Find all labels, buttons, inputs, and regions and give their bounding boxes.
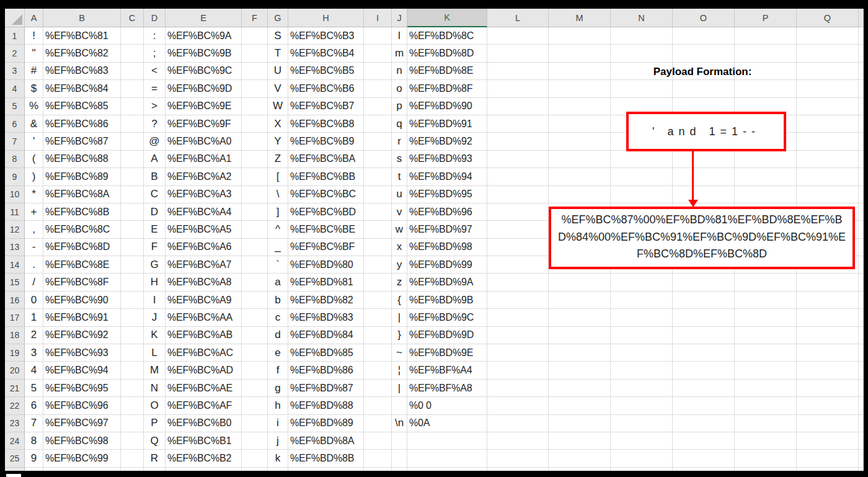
row-header-5[interactable]: 5	[5, 98, 25, 115]
cell-E8[interactable]: %EF%BC%A1	[166, 151, 242, 168]
cell-I7[interactable]	[364, 133, 392, 150]
cell-F16[interactable]	[242, 292, 268, 309]
cell-G14[interactable]: `	[268, 256, 288, 274]
cell-N24[interactable]	[611, 432, 673, 450]
cell-F24[interactable]	[242, 432, 268, 450]
cell-P10[interactable]	[735, 186, 797, 203]
cell-C15[interactable]	[121, 274, 144, 291]
cell-A21[interactable]: 5	[25, 380, 43, 397]
column-header-C[interactable]: C	[121, 9, 144, 27]
cell-H9[interactable]: %EF%BC%BB	[288, 168, 364, 185]
cell-G1[interactable]: S	[268, 27, 288, 45]
column-header-E[interactable]: E	[166, 9, 242, 27]
cell-K1[interactable]: %EF%BD%8C	[407, 27, 487, 45]
cell-K13[interactable]: %EF%BD%98	[407, 239, 487, 256]
cell-Q25[interactable]	[797, 450, 859, 467]
cell-L15[interactable]	[487, 274, 549, 291]
cell-Q20[interactable]	[797, 362, 859, 379]
cell-L7[interactable]	[487, 133, 549, 150]
cell-F7[interactable]	[242, 133, 268, 150]
cell-J16[interactable]: {	[392, 292, 407, 309]
cell-J10[interactable]: u	[392, 186, 407, 203]
cell-D13[interactable]: F	[144, 239, 166, 256]
cell-Q7[interactable]	[797, 133, 859, 150]
cell-G6[interactable]: X	[268, 115, 288, 133]
cell-G3[interactable]: U	[268, 63, 288, 80]
cell-K2[interactable]: %EF%BD%8D	[407, 45, 487, 62]
cell-J19[interactable]: ~	[392, 344, 407, 362]
cell-L24[interactable]	[487, 432, 549, 450]
cell-A26[interactable]	[25, 468, 43, 471]
cell-D14[interactable]: G	[144, 256, 166, 274]
cell-J13[interactable]: x	[392, 239, 407, 256]
cell-O23[interactable]	[673, 415, 735, 432]
cell-A15[interactable]: /	[25, 274, 43, 291]
cell-I16[interactable]	[364, 292, 392, 309]
cell-I17[interactable]	[364, 309, 392, 326]
cell-F23[interactable]	[242, 415, 268, 432]
cell-I20[interactable]	[364, 362, 392, 379]
cell-J20[interactable]: ¦	[392, 362, 407, 379]
cell-D5[interactable]: >	[144, 98, 166, 115]
column-header-K[interactable]: K	[407, 9, 487, 27]
cell-M15[interactable]	[549, 274, 611, 291]
cell-C16[interactable]	[121, 292, 144, 309]
cell-O24[interactable]	[673, 432, 735, 450]
column-header-I[interactable]: I	[364, 9, 392, 27]
cell-L3[interactable]	[487, 63, 549, 80]
cell-A7[interactable]: '	[25, 133, 43, 150]
cell-F10[interactable]	[242, 186, 268, 203]
cell-Q9[interactable]	[797, 168, 859, 185]
column-header-F[interactable]: F	[242, 9, 268, 27]
cell-L26[interactable]	[487, 468, 549, 471]
cell-N17[interactable]	[611, 309, 673, 326]
cell-Q15[interactable]	[797, 274, 859, 291]
cell-J21[interactable]: |	[392, 380, 407, 397]
cell-P15[interactable]	[735, 274, 797, 291]
cell-K25[interactable]	[407, 450, 487, 467]
cell-Q16[interactable]	[797, 292, 859, 309]
column-header-G[interactable]: G	[268, 9, 288, 27]
cell-D11[interactable]: D	[144, 203, 166, 221]
cell-E23[interactable]: %EF%BC%B0	[166, 415, 242, 432]
cell-N16[interactable]	[611, 292, 673, 309]
cell-Q1[interactable]	[797, 27, 859, 45]
cell-J9[interactable]: t	[392, 168, 407, 185]
cell-I6[interactable]	[364, 115, 392, 133]
cell-F19[interactable]	[242, 344, 268, 362]
cell-H14[interactable]: %EF%BD%80	[288, 256, 364, 274]
cell-Q6[interactable]	[797, 115, 859, 133]
cell-L22[interactable]	[487, 397, 549, 414]
cell-A22[interactable]: 6	[25, 397, 43, 414]
cell-M26[interactable]	[549, 468, 611, 471]
cell-L11[interactable]	[487, 203, 549, 221]
cell-J4[interactable]: o	[392, 80, 407, 97]
cell-I8[interactable]	[364, 151, 392, 168]
cell-L16[interactable]	[487, 292, 549, 309]
cell-N8[interactable]	[611, 151, 673, 168]
cell-L20[interactable]	[487, 362, 549, 379]
cell-M19[interactable]	[549, 344, 611, 362]
cell-K24[interactable]	[407, 432, 487, 450]
cell-B1[interactable]: %EF%BC%81	[43, 27, 121, 45]
cell-F6[interactable]	[242, 115, 268, 133]
cell-B26[interactable]	[43, 468, 121, 471]
cell-L5[interactable]	[487, 98, 549, 115]
cell-C23[interactable]	[121, 415, 144, 432]
cell-Q5[interactable]	[797, 98, 859, 115]
cell-A20[interactable]: 4	[25, 362, 43, 379]
cell-D21[interactable]: N	[144, 380, 166, 397]
cell-J26[interactable]	[392, 468, 407, 471]
cell-E10[interactable]: %EF%BC%A3	[166, 186, 242, 203]
cell-K18[interactable]: %EF%BD%9D	[407, 327, 487, 344]
cell-A5[interactable]: %	[25, 98, 43, 115]
cell-O9[interactable]	[673, 168, 735, 185]
cell-B3[interactable]: %EF%BC%83	[43, 63, 121, 80]
cell-F15[interactable]	[242, 274, 268, 291]
column-header-Q[interactable]: Q	[797, 9, 859, 27]
row-header-26[interactable]	[5, 468, 25, 471]
cell-N15[interactable]	[611, 274, 673, 291]
row-header-20[interactable]: 20	[5, 362, 25, 379]
cell-B15[interactable]: %EF%BC%8F	[43, 274, 121, 291]
cell-G19[interactable]: e	[268, 344, 288, 362]
